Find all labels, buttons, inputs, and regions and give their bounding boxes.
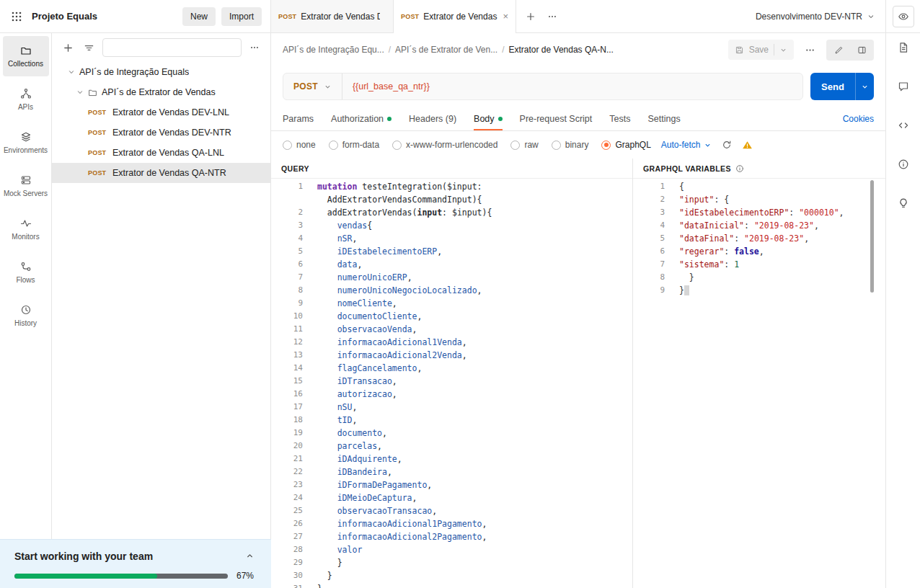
request-more-actions-icon[interactable] [802,43,818,58]
code-text: informacaoAdicional2Venda, [307,349,467,362]
line-number: 21 [271,453,307,466]
nav-environments[interactable]: Environments [3,122,49,163]
radio-icon[interactable] [552,141,561,150]
radio-icon[interactable] [392,141,402,150]
sidebar-more-icon[interactable] [247,40,262,55]
code-text: addExtratorVendas(input: $input){ [307,206,492,219]
breadcrumb-request[interactable]: Extrator de Vendas QA-N... [509,45,614,55]
code-line: 3 vendas{ [271,219,632,232]
request-item[interactable]: POST Extrator de Vendas QA-LNL [52,143,270,163]
request-section-tab[interactable]: Pre-request Script [520,107,593,130]
request-section-tab[interactable]: Headers (9) [409,107,456,130]
close-tab-icon[interactable]: × [503,12,508,21]
send-options-button[interactable] [855,73,874,100]
chevron-up-icon[interactable] [243,549,257,563]
nav-monitors[interactable]: Monitors [3,209,49,249]
environment-selector[interactable]: Desenvolvimento DEV-NTR [746,0,885,32]
pencil-icon [834,45,844,55]
radio-icon[interactable] [329,141,338,150]
request-item[interactable]: POST Extrator de Vendas DEV-LNL [52,102,270,122]
save-button[interactable]: Save [728,40,794,60]
request-tab-active[interactable]: POST Extrator de Vendas QA- × [394,0,516,32]
new-tab-icon[interactable] [523,9,538,24]
documentation-icon[interactable] [895,40,911,55]
filter-icon[interactable] [81,40,97,55]
request-section-tab[interactable]: Settings [647,107,680,130]
line-number: 2 [271,206,307,219]
breadcrumb-folder[interactable]: API´s de Extrator de Ven... [395,45,497,55]
request-section-tab[interactable]: Authorization [331,107,392,130]
body-type-option[interactable]: GraphQL [601,140,650,150]
nav-mock-servers[interactable]: Mock Servers [3,166,49,206]
body-type-option[interactable]: binary [552,140,589,150]
request-name: Extrator de Vendas QA-LNL [112,148,224,158]
variables-pane: GRAPHQL VARIABLES 1 { [632,159,885,588]
radio-icon[interactable] [283,141,292,150]
chevron-down-icon[interactable] [68,68,75,76]
documentation-button[interactable] [828,41,849,59]
collections-tree: API´s de Integração Equals API´s de Extr… [52,59,270,588]
cookies-link[interactable]: Cookies [843,114,874,124]
code-line: 14 flagCancelamento, [271,362,632,375]
nav-label: Environments [4,146,48,154]
body-type-option[interactable]: raw [510,140,538,150]
request-item[interactable]: POST Extrator de Vendas QA-NTR [52,163,270,183]
scrollbar-thumb[interactable] [870,180,874,293]
body-type-option[interactable]: x-www-form-urlencoded [392,140,497,150]
radio-icon[interactable] [510,141,520,150]
eye-icon[interactable] [893,6,914,27]
line-number: 28 [271,543,307,556]
autofetch-dropdown[interactable]: Auto-fetch [661,140,712,150]
chevron-down-icon[interactable] [76,89,84,96]
request-tab-inactive[interactable]: POST Extrator de Vendas DEV [271,0,394,32]
nav-apis[interactable]: APIs [3,79,49,120]
line-number: 12 [271,336,307,349]
code-text: observacaoTransacao, [307,504,437,517]
comments-button[interactable] [851,41,872,59]
code-line: 24 iDMeioDeCaptura, [271,491,632,504]
schema-warning-icon[interactable] [742,140,753,151]
lightbulb-icon[interactable] [895,195,911,211]
graphql-variables-editor[interactable]: 1 { 2 "input": { 3 [633,179,885,588]
info-icon[interactable] [735,164,744,173]
body-type-option[interactable]: none [283,140,316,150]
collection-folder-item[interactable]: API´s de Extrator de Vendas [52,82,270,102]
line-number: 1 [271,180,307,193]
radio-icon[interactable] [601,141,611,150]
code-snippet-icon[interactable] [895,117,911,133]
breadcrumb-collection[interactable]: API´s de Integração Equ... [283,45,384,55]
comments-icon[interactable] [895,79,911,94]
url-input[interactable]: {{url_base_qa_ntr}} [342,74,802,99]
graphql-query-editor[interactable]: 1 mutation testeIntegration($input: AddE… [271,179,632,588]
sidebar-search-input[interactable] [102,38,242,57]
request-name: Extrator de Vendas QA-NTR [112,168,226,178]
body-type-option[interactable]: form-data [329,140,379,150]
tab-options-icon[interactable] [545,9,559,24]
progress-fill [14,574,157,579]
request-section-tab[interactable]: Tests [609,107,630,130]
add-collection-icon[interactable] [61,40,76,55]
request-item[interactable]: POST Extrator de Vendas DEV-NTR [52,122,270,143]
info-icon[interactable] [895,156,911,172]
request-section-tab[interactable]: Params [283,107,314,130]
section-tab-list: Params Authorization Headers (9) [283,107,681,130]
collection-root-item[interactable]: API´s de Integração Equals [52,62,270,82]
nav-history[interactable]: History [3,295,49,336]
option-label: GraphQL [615,140,650,150]
line-number: 9 [633,284,669,297]
method-value: POST [293,81,318,92]
option-label: binary [565,140,589,150]
send-button[interactable]: Send [810,73,855,100]
workspace-switcher-icon[interactable] [9,9,25,24]
import-button[interactable]: Import [221,7,262,26]
request-section-tab[interactable]: Body [474,107,503,130]
code-line: 23 iDFormaDePagamento, [271,478,632,491]
refresh-schema-icon[interactable] [722,140,732,150]
new-button[interactable]: New [182,7,216,26]
code-text: documentoCliente, [307,310,422,323]
code-text: numeroUnicoERP, [307,271,412,284]
save-options-icon[interactable] [779,46,787,54]
nav-flows[interactable]: Flows [3,252,49,293]
method-selector[interactable]: POST [283,74,342,99]
nav-collections[interactable]: Collections [3,36,49,76]
